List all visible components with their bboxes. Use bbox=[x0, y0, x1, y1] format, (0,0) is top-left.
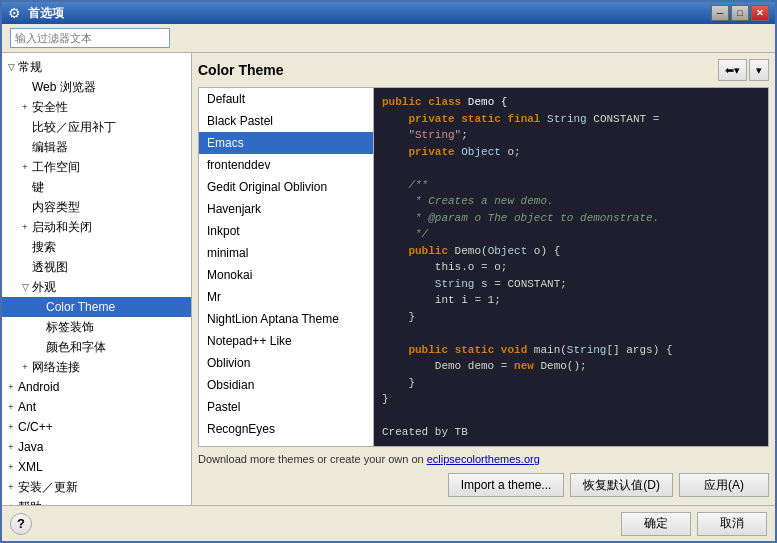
expand-plus-icon: + bbox=[6, 442, 16, 452]
apply-button[interactable]: 应用(A) bbox=[679, 473, 769, 497]
theme-item-oblivion[interactable]: Oblivion bbox=[199, 352, 373, 374]
theme-item-notepadpp[interactable]: Notepad++ Like bbox=[199, 330, 373, 352]
filter-input[interactable] bbox=[10, 28, 170, 48]
expand-plus-icon: + bbox=[6, 422, 16, 432]
help-button[interactable]: ? bbox=[10, 513, 32, 535]
sidebar-item-content-type[interactable]: 内容类型 bbox=[2, 197, 191, 217]
sidebar-item-key[interactable]: 键 bbox=[2, 177, 191, 197]
sidebar-item-label: Color Theme bbox=[46, 298, 115, 316]
spacer-icon bbox=[20, 122, 30, 132]
expand-plus-icon: + bbox=[6, 482, 16, 492]
sidebar-item-label: 透视图 bbox=[32, 258, 68, 276]
theme-item-obsidian[interactable]: Obsidian bbox=[199, 374, 373, 396]
eclipse-color-themes-link[interactable]: eclipsecolorthemes.org bbox=[427, 453, 540, 465]
theme-item-havenjark[interactable]: Havenjark bbox=[199, 198, 373, 220]
expand-icon: ▽ bbox=[6, 62, 16, 72]
sidebar-item-label: 安全性 bbox=[32, 98, 68, 116]
sidebar-item-android[interactable]: + Android bbox=[2, 377, 191, 397]
sidebar-item-label: 工作空间 bbox=[32, 158, 80, 176]
nav-back-button[interactable]: ⬅▾ bbox=[718, 59, 747, 81]
expand-plus-icon: + bbox=[20, 162, 30, 172]
import-theme-button[interactable]: Import a theme... bbox=[448, 473, 565, 497]
spacer-icon bbox=[20, 182, 30, 192]
expand-plus-icon: + bbox=[6, 402, 16, 412]
restore-defaults-button[interactable]: 恢复默认值(D) bbox=[570, 473, 673, 497]
spacer-icon bbox=[20, 82, 30, 92]
nav-dropdown-button[interactable]: ▾ bbox=[749, 59, 769, 81]
theme-item-pastel[interactable]: Pastel bbox=[199, 396, 373, 418]
spacer-icon bbox=[34, 302, 44, 312]
theme-item-black-pastel[interactable]: Black Pastel bbox=[199, 110, 373, 132]
ok-button[interactable]: 确定 bbox=[621, 512, 691, 536]
theme-item-nightlion[interactable]: NightLion Aptana Theme bbox=[199, 308, 373, 330]
code-line-16: public static void main(String[] args) { bbox=[382, 342, 760, 359]
sidebar-item-cpp[interactable]: + C/C++ bbox=[2, 417, 191, 437]
code-line-6: /** bbox=[382, 177, 760, 194]
sidebar-item-normal[interactable]: ▽ 常规 bbox=[2, 57, 191, 77]
spacer-icon bbox=[20, 262, 30, 272]
right-panel: Color Theme ⬅▾ ▾ Default Black Pastel Em… bbox=[192, 53, 775, 505]
sidebar-item-xml[interactable]: + XML bbox=[2, 457, 191, 477]
sidebar-item-label: 安装／更新 bbox=[18, 478, 78, 496]
sidebar-item-search[interactable]: 搜索 bbox=[2, 237, 191, 257]
sidebar-item-network[interactable]: + 网络连接 bbox=[2, 357, 191, 377]
theme-item-retta[interactable]: Retta bbox=[199, 440, 373, 446]
theme-item-frontenddev[interactable]: frontenddev bbox=[199, 154, 373, 176]
sidebar-item-perspective[interactable]: 透视图 bbox=[2, 257, 191, 277]
code-line-20 bbox=[382, 408, 760, 425]
cancel-button[interactable]: 取消 bbox=[697, 512, 767, 536]
sidebar-item-label: 外观 bbox=[32, 278, 56, 296]
sidebar-item-security[interactable]: + 安全性 bbox=[2, 97, 191, 117]
sidebar-item-workspace[interactable]: + 工作空间 bbox=[2, 157, 191, 177]
minimize-button[interactable]: ─ bbox=[711, 5, 729, 21]
theme-item-recogneyes[interactable]: RecognEyes bbox=[199, 418, 373, 440]
theme-item-monokai[interactable]: Monokai bbox=[199, 264, 373, 286]
sidebar-item-label: 搜索 bbox=[32, 238, 56, 256]
sidebar-item-help[interactable]: + 帮助 bbox=[2, 497, 191, 505]
expand-plus-icon: + bbox=[6, 382, 16, 392]
close-button[interactable]: ✕ bbox=[751, 5, 769, 21]
code-line-19: } bbox=[382, 391, 760, 408]
sidebar-item-compare[interactable]: 比较／应用补丁 bbox=[2, 117, 191, 137]
sidebar-item-label: 键 bbox=[32, 178, 44, 196]
filter-bar bbox=[2, 24, 775, 53]
download-bar: Download more themes or create your own … bbox=[198, 447, 769, 469]
panel-title: Color Theme bbox=[198, 62, 284, 78]
expand-plus-icon: + bbox=[6, 462, 16, 472]
spacer-icon bbox=[34, 322, 44, 332]
sidebar-item-label: 网络连接 bbox=[32, 358, 80, 376]
code-line-14: } bbox=[382, 309, 760, 326]
code-preview: public class Demo { private static final… bbox=[374, 88, 768, 446]
sidebar-item-label: 颜色和字体 bbox=[46, 338, 106, 356]
sidebar-item-label: XML bbox=[18, 458, 43, 476]
sidebar-item-label-decoration[interactable]: 标签装饰 bbox=[2, 317, 191, 337]
sidebar-item-label: 比较／应用补丁 bbox=[32, 118, 116, 136]
sidebar-item-editor[interactable]: 编辑器 bbox=[2, 137, 191, 157]
sidebar-item-ant[interactable]: + Ant bbox=[2, 397, 191, 417]
sidebar-item-appearance[interactable]: ▽ 外观 bbox=[2, 277, 191, 297]
sidebar-item-startup-close[interactable]: + 启动和关闭 bbox=[2, 217, 191, 237]
theme-item-mr[interactable]: Mr bbox=[199, 286, 373, 308]
nav-buttons: ⬅▾ ▾ bbox=[718, 59, 769, 81]
sidebar-item-label: Android bbox=[18, 378, 59, 396]
theme-item-emacs[interactable]: Emacs bbox=[199, 132, 373, 154]
expand-plus-icon: + bbox=[20, 362, 30, 372]
sidebar-item-java[interactable]: + Java bbox=[2, 437, 191, 457]
theme-area: Default Black Pastel Emacs frontenddev G… bbox=[198, 87, 769, 447]
footer: ? 确定 取消 bbox=[2, 505, 775, 541]
window-title: 首选项 bbox=[28, 5, 711, 22]
sidebar-item-color-font[interactable]: 颜色和字体 bbox=[2, 337, 191, 357]
sidebar-item-label: 内容类型 bbox=[32, 198, 80, 216]
theme-item-gedit[interactable]: Gedit Original Oblivion bbox=[199, 176, 373, 198]
theme-item-inkpot[interactable]: Inkpot bbox=[199, 220, 373, 242]
sidebar-item-color-theme[interactable]: Color Theme bbox=[2, 297, 191, 317]
code-line-7: * Creates a new demo. bbox=[382, 193, 760, 210]
sidebar-item-install-update[interactable]: + 安装／更新 bbox=[2, 477, 191, 497]
theme-item-default[interactable]: Default bbox=[199, 88, 373, 110]
code-line-8: * @param o The object to demonstrate. bbox=[382, 210, 760, 227]
theme-item-minimal[interactable]: minimal bbox=[199, 242, 373, 264]
sidebar-item-web-browser[interactable]: Web 浏览器 bbox=[2, 77, 191, 97]
sidebar-item-label: 常规 bbox=[18, 58, 42, 76]
restore-button[interactable]: □ bbox=[731, 5, 749, 21]
spacer-icon bbox=[20, 242, 30, 252]
